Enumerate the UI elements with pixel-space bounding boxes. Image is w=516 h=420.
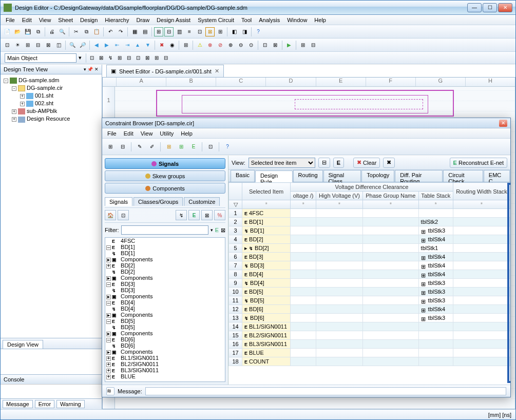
cb-menu-help[interactable]: Help bbox=[178, 129, 196, 138]
tool-icon[interactable]: ⊡ bbox=[195, 27, 204, 36]
tool-icon[interactable]: E bbox=[188, 210, 200, 220]
tree-node[interactable]: +E BLUE bbox=[105, 373, 225, 379]
close-button[interactable]: ✕ bbox=[498, 3, 512, 12]
cb-close-button[interactable]: ✕ bbox=[499, 120, 507, 127]
minimize-button[interactable]: — bbox=[467, 3, 482, 12]
tool-icon[interactable]: ⊕ bbox=[226, 41, 235, 50]
tree-node[interactable]: ↯ BD[2] bbox=[105, 269, 225, 275]
tab-signals[interactable]: Signals bbox=[105, 197, 132, 206]
grid-icon[interactable]: ⊞ bbox=[181, 41, 190, 50]
menu-tool[interactable]: Tool bbox=[238, 16, 255, 24]
error-tab[interactable]: Error bbox=[35, 400, 54, 408]
tree-node[interactable]: ↯ BD[1] bbox=[105, 250, 225, 256]
tool-icon[interactable]: ⊟ bbox=[164, 27, 174, 36]
nav-icon[interactable]: ◀ bbox=[92, 41, 101, 50]
reconstruct-button[interactable]: EReconstruct E-net bbox=[450, 158, 507, 168]
tool-icon[interactable]: ⊠ bbox=[44, 41, 53, 50]
tab-routing[interactable]: Routing bbox=[293, 170, 323, 182]
tree-node[interactable]: ↯ BD[3] bbox=[105, 287, 225, 293]
tool-icon[interactable]: ✐ bbox=[147, 142, 157, 152]
preview-icon[interactable]: 🔍 bbox=[58, 27, 67, 36]
tool-icon[interactable]: ⊞ bbox=[115, 53, 124, 63]
sheet-tab[interactable]: ▣ Sheet Editor - DG-sample.cir/001.sht ✕ bbox=[106, 65, 224, 77]
tree-node[interactable]: –E BD[4] bbox=[105, 299, 225, 306]
nav-icon[interactable]: ⇥ bbox=[123, 41, 132, 50]
tool-icon[interactable]: ⊠ bbox=[271, 41, 280, 50]
tree-node[interactable]: ↯ BD[5] bbox=[105, 324, 225, 330]
tree-node[interactable]: –E BD[3] bbox=[105, 281, 225, 287]
tool-icon[interactable]: ▶ bbox=[284, 41, 294, 50]
menu-draw[interactable]: Draw bbox=[133, 16, 152, 24]
tool-icon[interactable]: ⊟ bbox=[161, 53, 170, 63]
tool-icon[interactable]: E bbox=[215, 227, 219, 233]
tree-node[interactable]: ↯ BD[6] bbox=[105, 342, 225, 349]
tool-icon[interactable]: ◧ bbox=[230, 27, 239, 36]
tool-icon[interactable]: ⊖ bbox=[236, 41, 245, 50]
tool-icon[interactable]: ⊟ bbox=[124, 53, 133, 63]
saveall-icon[interactable]: ⧉ bbox=[33, 27, 43, 36]
cut-icon[interactable]: ✂ bbox=[71, 27, 81, 36]
tool-icon[interactable]: ⚠ bbox=[195, 41, 204, 50]
tree-node[interactable]: +E BL1/SIGN0011 bbox=[105, 355, 225, 361]
clear-button[interactable]: ✖Clear bbox=[353, 158, 380, 168]
paste-icon[interactable]: 📋 bbox=[92, 27, 101, 36]
tab-emc-c[interactable]: EMC C bbox=[484, 170, 510, 182]
tree-res[interactable]: +Design Resource bbox=[4, 115, 99, 123]
new-icon[interactable]: 📄 bbox=[3, 27, 12, 36]
menu-design[interactable]: Design bbox=[77, 16, 101, 24]
tree-node[interactable]: ▸▣ Components bbox=[105, 312, 225, 318]
tool-icon[interactable]: ⊠ bbox=[205, 27, 215, 36]
tool-icon[interactable]: ⊡ bbox=[260, 41, 270, 50]
design-tree[interactable]: -DG-sample.sdm -DG-sample.cir +001.sht +… bbox=[1, 74, 102, 281]
nav-icon[interactable]: ▼ bbox=[143, 41, 152, 50]
tool-button[interactable]: ⊟ bbox=[318, 158, 330, 168]
tool-icon[interactable]: ⊡ bbox=[3, 41, 12, 50]
tree-node[interactable]: –E BD[1] bbox=[105, 244, 225, 250]
tab-signal-class[interactable]: Signal Class bbox=[323, 170, 361, 182]
tool-icon[interactable]: ≡ bbox=[185, 27, 194, 36]
tab-customize[interactable]: Customize bbox=[184, 197, 220, 206]
tool-icon[interactable]: ✖ bbox=[157, 41, 166, 50]
menu-hierarchy[interactable]: Hierarchy bbox=[102, 16, 132, 24]
tool-icon[interactable]: ⊞ bbox=[298, 41, 308, 50]
tree-node[interactable]: +E BD[2] bbox=[105, 262, 225, 269]
tool-icon[interactable]: ▦ bbox=[130, 27, 139, 36]
tree-sht2[interactable]: +002.sht bbox=[4, 100, 99, 107]
tool-icon[interactable]: ⊞ bbox=[23, 41, 32, 50]
tool-icon[interactable]: ⊡ bbox=[205, 142, 216, 152]
tool-icon[interactable]: ☀ bbox=[13, 41, 22, 50]
tab-design-rule[interactable]: Design Rule bbox=[255, 170, 293, 182]
tree-root[interactable]: -DG-sample.sdm bbox=[4, 77, 99, 84]
warning-tab[interactable]: Warning bbox=[56, 400, 85, 408]
tree-node[interactable]: ▸▣ Components bbox=[105, 275, 225, 281]
tree-sub[interactable]: +sub-AMPblk bbox=[4, 107, 99, 115]
tool-icon[interactable]: E bbox=[188, 142, 199, 152]
tool-icon[interactable]: ▤ bbox=[140, 27, 149, 36]
tool-icon[interactable]: ⊡ bbox=[133, 53, 143, 63]
nav-icon[interactable]: ▶ bbox=[102, 41, 111, 50]
signals-tree[interactable]: E 4FSC–E BD[1]↯ BD[1]▸▣ Components+E BD[… bbox=[105, 237, 225, 382]
tab-topology[interactable]: Topology bbox=[361, 170, 394, 182]
message-input[interactable] bbox=[145, 387, 506, 395]
tree-node[interactable]: ▸▣ Components bbox=[105, 293, 225, 299]
menu-file[interactable]: File bbox=[3, 16, 18, 24]
tool-icon[interactable]: ⊟ bbox=[33, 41, 43, 50]
tool-button[interactable]: ✖ bbox=[383, 158, 395, 168]
view-select[interactable]: Selected tree item bbox=[249, 158, 315, 168]
cb-menu-utility[interactable]: Utility bbox=[157, 129, 177, 138]
copy-icon[interactable]: ⧉ bbox=[82, 27, 91, 36]
tool-icon[interactable]: % bbox=[214, 210, 225, 220]
message-tab[interactable]: Message bbox=[3, 400, 33, 408]
tool-icon[interactable]: ⊞ bbox=[152, 53, 161, 63]
close-tab-icon[interactable]: ✕ bbox=[215, 68, 219, 74]
tab-diff-pair-routing[interactable]: Diff. Pair Routing bbox=[395, 170, 443, 182]
menu-sheet[interactable]: Sheet bbox=[55, 16, 76, 24]
menu-help[interactable]: Help bbox=[311, 16, 329, 24]
tool-icon[interactable]: ⊠ bbox=[143, 53, 152, 63]
zoom-in-icon[interactable]: 🔎 bbox=[78, 41, 87, 50]
tool-icon[interactable]: ⊙ bbox=[246, 41, 256, 50]
tree-node[interactable]: +E BL3/SIGN0011 bbox=[105, 367, 225, 373]
tool-icon[interactable]: ⊠ bbox=[201, 210, 213, 220]
redo-icon[interactable]: ↷ bbox=[116, 27, 125, 36]
skew-groups-button[interactable]: Skew groups bbox=[105, 170, 225, 181]
